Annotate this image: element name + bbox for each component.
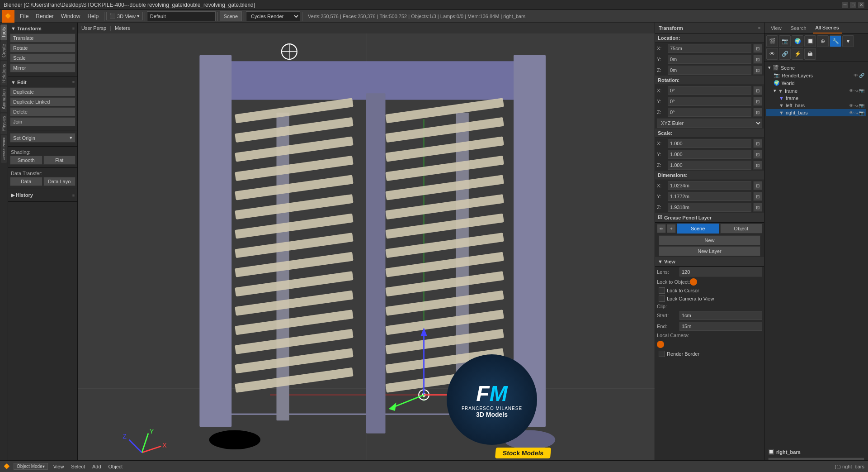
viewport-type-button[interactable]: Scene [220,11,242,21]
prop-tab-texture[interactable]: 🔗 [779,48,791,60]
scale-z-input[interactable] [668,161,751,170]
translate-button[interactable]: Translate [10,33,75,43]
gp-new-layer-button[interactable]: New Layer [659,246,760,256]
dimensions-x-copy[interactable]: ⊡ [753,181,762,190]
menu-file[interactable]: File [16,10,32,23]
outliner-tab-view[interactable]: View [768,23,784,33]
prop-tab-scene[interactable]: 📷 [779,35,791,47]
mode-select-button[interactable]: Object Mode▾ [14,463,48,470]
vtab-relations[interactable]: Relations [0,61,7,86]
duplicate-linked-button[interactable]: Duplicate Linked [10,97,75,106]
renderlayers-eye-icon[interactable]: 👁 [854,73,858,78]
outliner-world-item[interactable]: 🌍 World [766,79,866,87]
gp-new-button[interactable]: New [659,235,760,245]
object-menu-btn[interactable]: Object [107,464,125,469]
dimensions-z-copy[interactable]: ⊡ [753,203,762,212]
outliner-leftbars-item[interactable]: ▼ left_bars 👁 ↝ 📷 [766,102,866,109]
location-x-copy[interactable]: ⊡ [753,44,762,53]
location-z-input[interactable] [668,66,751,75]
rotation-mode-select[interactable]: XYZ Euler [657,119,762,128]
location-z-copy[interactable]: ⊡ [753,66,762,75]
rotation-z-input[interactable] [668,108,751,117]
rotate-button[interactable]: Rotate [10,43,75,52]
data-layers-button[interactable]: Data Layo [43,177,76,186]
scale-button[interactable]: Scale [10,53,75,62]
rotation-y-input[interactable] [668,97,751,106]
rightbars-eye-icon[interactable]: 👁 [849,110,854,115]
flat-button[interactable]: Flat [43,156,76,165]
lens-input[interactable] [679,267,762,277]
outliner-frame-item[interactable]: ▾ ▼ frame 👁 ↝ 📷 [766,87,866,95]
scale-y-copy[interactable]: ⊡ [753,150,762,159]
scale-y-input[interactable] [668,150,751,159]
clip-start-input[interactable] [679,311,762,320]
prop-tab-physics[interactable]: 🏔 [804,48,816,60]
dimensions-z-input[interactable] [668,203,751,212]
render-border-checkbox[interactable] [659,351,665,357]
location-y-input[interactable] [668,55,751,64]
scale-x-input[interactable] [668,139,751,148]
leftbars-eye-icon[interactable]: 👁 [849,103,854,108]
prop-tab-modifier[interactable]: 🔧 [830,35,841,47]
frame-eye-icon[interactable]: 👁 [849,88,854,93]
view-menu-btn[interactable]: View [52,464,66,469]
close-button[interactable]: ✕ [858,2,864,8]
prop-tab-particles[interactable]: ⚡ [792,48,803,60]
delete-button[interactable]: Delete [10,107,75,116]
transform-header[interactable]: ▼ Transform ≡ [10,24,75,33]
scene-3d[interactable]: X Y Z FM FRANCESCO MILANESE 3D Models St… [78,23,655,472]
rotation-x-copy[interactable]: ⊡ [753,86,762,95]
outliner-tab-all-scenes[interactable]: All Scenes [813,23,842,33]
lock-to-cursor-checkbox[interactable] [659,287,665,294]
join-button[interactable]: Join [10,117,75,126]
render-engine-select[interactable]: Cycles Render Blender Render Blender Gam… [246,11,300,21]
lock-camera-checkbox[interactable] [659,296,665,302]
vtab-animation[interactable]: Animation [0,86,7,112]
scale-z-copy[interactable]: ⊡ [753,161,762,170]
location-x-input[interactable] [668,44,751,53]
menu-render[interactable]: Render [32,10,57,23]
prop-tab-render[interactable]: 🎬 [766,35,778,47]
mirror-button[interactable]: Mirror [10,63,75,72]
add-menu-btn[interactable]: Add [90,464,103,469]
vtab-tools[interactable]: Tools [0,24,7,40]
rotation-x-input[interactable] [668,86,751,95]
prop-tab-world[interactable]: 🌍 [792,35,803,47]
menu-help[interactable]: Help [84,10,102,23]
vtab-grease-pencil[interactable]: Grease Pencil [1,135,7,163]
select-menu-btn[interactable]: Select [69,464,87,469]
prop-tab-object[interactable]: 🔲 [804,35,816,47]
clip-end-input[interactable] [679,322,762,331]
gp-edit-icon-button[interactable]: ✏ [657,224,666,233]
duplicate-button[interactable]: Duplicate [10,87,75,96]
outliner-frame-data-item[interactable]: ▼ frame [766,95,866,102]
outliner-rightbars-item[interactable]: ▼ right_bars 👁 ↝ 📷 [766,109,866,116]
outliner-tab-search[interactable]: Search [788,23,809,33]
edit-header[interactable]: ▼ Edit ≡ [10,78,75,86]
prop-tab-data[interactable]: ▼ [842,35,854,47]
rotation-y-copy[interactable]: ⊡ [753,97,762,106]
vtab-physics[interactable]: Physics [0,113,7,134]
gp-add-icon-button[interactable]: + [667,224,676,233]
location-y-copy[interactable]: ⊡ [753,55,762,64]
editor-type-button[interactable]: ⬛ 3D View ▾ [106,12,143,20]
gp-scene-button[interactable]: Scene [677,224,719,234]
prop-tab-constraint[interactable]: ⊕ [817,35,829,47]
set-origin-button[interactable]: Set Origin ▾ [10,133,75,143]
rotation-z-copy[interactable]: ⊡ [753,108,762,117]
menu-window[interactable]: Window [57,10,84,23]
smooth-button[interactable]: Smooth [10,156,42,165]
outliner-scene-item[interactable]: ▾ 🎬 Scene [766,64,866,72]
scene-name-input[interactable] [147,11,216,21]
data-button[interactable]: Data [10,177,42,186]
history-header[interactable]: ▶ History ≡ [10,191,75,200]
vtab-create[interactable]: Create [0,41,7,60]
gp-object-button[interactable]: Object [720,224,763,234]
scale-x-copy[interactable]: ⊡ [753,139,762,148]
prop-tab-material[interactable]: 👁 [766,48,778,60]
outliner-renderlayers-item[interactable]: 📷 RenderLayers 👁 🔗 [766,72,866,79]
dimensions-y-input[interactable] [668,192,751,201]
minimize-button[interactable]: ─ [842,2,848,8]
maximize-button[interactable]: □ [850,2,856,8]
dimensions-x-input[interactable] [668,181,751,190]
